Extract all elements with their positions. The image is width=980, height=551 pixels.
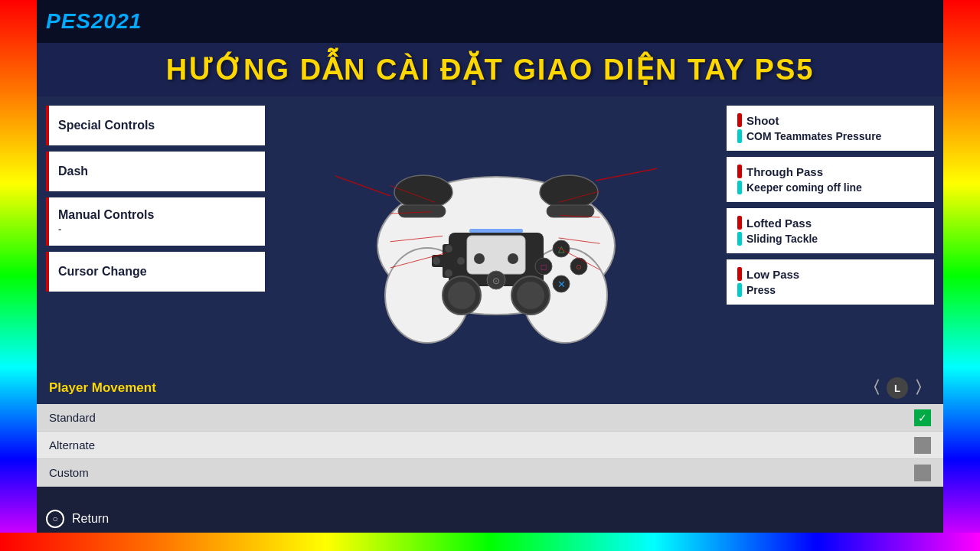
return-bar[interactable]: ○ Return bbox=[46, 510, 109, 528]
table-row[interactable]: Alternate bbox=[37, 432, 943, 459]
custom-label: Custom bbox=[49, 466, 914, 479]
nav-l-icon: L bbox=[887, 377, 908, 399]
custom-checkbox[interactable] bbox=[914, 465, 931, 481]
manual-controls-item[interactable]: Manual Controls - bbox=[46, 197, 265, 246]
lofted-pass-dot bbox=[737, 216, 742, 230]
controller-area: ⊙ △ ○ ✕ □ bbox=[274, 96, 717, 372]
main-content: Special Controls Dash Manual Controls - … bbox=[37, 96, 943, 372]
border-right bbox=[943, 0, 980, 551]
svg-point-26 bbox=[448, 282, 475, 309]
manual-controls-sub: - bbox=[58, 223, 253, 235]
cursor-change-label: Cursor Change bbox=[58, 265, 253, 279]
svg-text:□: □ bbox=[541, 262, 546, 272]
svg-text:○: ○ bbox=[576, 261, 582, 272]
table-header: Player Movement 〈 L 〉 bbox=[37, 372, 943, 404]
nav-right-icon[interactable]: 〉 bbox=[914, 377, 931, 399]
alternate-label: Alternate bbox=[49, 439, 914, 452]
svg-text:✕: ✕ bbox=[557, 279, 565, 290]
com-pressure-label: COM Teammates Pressure bbox=[746, 130, 881, 142]
special-controls-label: Special Controls bbox=[58, 119, 253, 132]
keeper-dot bbox=[737, 181, 742, 194]
keeper-label: Keeper coming off line bbox=[746, 181, 862, 194]
return-icon: ○ bbox=[46, 510, 64, 528]
svg-point-29 bbox=[474, 253, 485, 264]
svg-text:△: △ bbox=[558, 244, 565, 253]
svg-point-28 bbox=[517, 282, 544, 309]
shoot-item[interactable]: Shoot COM Teammates Pressure bbox=[727, 106, 934, 151]
title-area: HƯỚNG DẪN CÀI ĐẶT GIAO DIỆN TAY PS5 bbox=[37, 43, 943, 96]
through-pass-item[interactable]: Through Pass Keeper coming off line bbox=[727, 157, 934, 202]
through-pass-label: Through Pass bbox=[746, 165, 823, 178]
sliding-tackle-label: Sliding Tackle bbox=[746, 233, 818, 245]
svg-point-16 bbox=[457, 257, 465, 265]
return-label: Return bbox=[72, 512, 109, 526]
svg-point-14 bbox=[445, 269, 452, 277]
left-panel: Special Controls Dash Manual Controls - … bbox=[37, 96, 274, 372]
top-bar: PES2021 bbox=[0, 0, 980, 43]
dash-item[interactable]: Dash bbox=[46, 152, 265, 191]
table-row[interactable]: Custom bbox=[37, 459, 943, 487]
svg-point-30 bbox=[508, 253, 518, 264]
table-header-label: Player Movement bbox=[49, 380, 864, 396]
svg-text:⊙: ⊙ bbox=[492, 276, 500, 286]
low-pass-item[interactable]: Low Pass Press bbox=[727, 259, 934, 305]
logo-year: 2021 bbox=[91, 9, 142, 33]
bottom-table: Player Movement 〈 L 〉 Standard ✓ Alterna… bbox=[37, 372, 943, 487]
shoot-dot bbox=[737, 113, 742, 127]
lofted-pass-label: Lofted Pass bbox=[746, 217, 812, 230]
svg-point-15 bbox=[433, 257, 440, 265]
manual-controls-label: Manual Controls bbox=[58, 208, 253, 222]
svg-line-32 bbox=[335, 119, 390, 196]
low-pass-dot bbox=[737, 267, 742, 281]
low-pass-label: Low Pass bbox=[746, 268, 799, 281]
logo: PES2021 bbox=[46, 9, 142, 34]
nav-left-icon[interactable]: 〈 bbox=[864, 377, 880, 399]
press-label: Press bbox=[746, 284, 776, 296]
svg-rect-6 bbox=[398, 205, 446, 217]
right-panel: Shoot COM Teammates Pressure Through Pas… bbox=[717, 96, 943, 372]
svg-point-4 bbox=[394, 175, 452, 209]
special-controls-item[interactable]: Special Controls bbox=[46, 106, 265, 145]
svg-rect-7 bbox=[547, 205, 594, 217]
svg-line-33 bbox=[596, 119, 657, 181]
alternate-checkbox[interactable] bbox=[914, 437, 931, 454]
svg-point-5 bbox=[540, 175, 598, 209]
border-left bbox=[0, 0, 37, 551]
border-bottom bbox=[0, 533, 980, 551]
cursor-change-item[interactable]: Cursor Change bbox=[46, 252, 265, 292]
sliding-tackle-dot bbox=[737, 232, 742, 246]
table-row[interactable]: Standard ✓ bbox=[37, 404, 943, 432]
press-dot bbox=[737, 283, 742, 297]
svg-point-13 bbox=[445, 245, 452, 253]
logo-text: PES bbox=[46, 9, 91, 33]
controller-image: ⊙ △ ○ ✕ □ bbox=[335, 119, 657, 349]
standard-label: Standard bbox=[49, 411, 914, 424]
com-pressure-dot bbox=[737, 129, 742, 143]
shoot-label: Shoot bbox=[746, 114, 779, 127]
dash-label: Dash bbox=[58, 165, 253, 178]
main-title: HƯỚNG DẪN CÀI ĐẶT GIAO DIỆN TAY PS5 bbox=[166, 53, 815, 86]
through-pass-dot bbox=[737, 165, 742, 178]
lofted-pass-item[interactable]: Lofted Pass Sliding Tackle bbox=[727, 208, 934, 253]
standard-checkbox[interactable]: ✓ bbox=[914, 409, 931, 426]
svg-rect-31 bbox=[469, 229, 523, 233]
